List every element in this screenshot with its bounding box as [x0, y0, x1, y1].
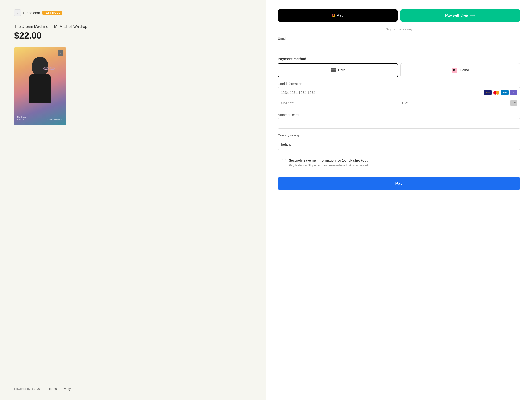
name-label: Name on card — [278, 113, 520, 117]
link-arrow-icon: ⟹ — [469, 13, 475, 18]
save-checkbox[interactable] — [282, 159, 286, 163]
glass-lens-left — [43, 67, 49, 70]
email-group: Email — [278, 37, 520, 52]
man-glasses — [43, 67, 55, 70]
cvc-card-icon — [510, 100, 517, 105]
footer-divider: | — [44, 387, 44, 391]
name-input[interactable] — [278, 118, 520, 129]
man-body — [30, 74, 51, 103]
gpay-pay-text: Pay — [336, 13, 343, 18]
card-info-label: Card information — [278, 82, 520, 86]
diners-logo: DI — [510, 90, 517, 95]
gpay-button[interactable]: G Pay — [278, 9, 398, 22]
divider-text: Or pay another way — [386, 27, 412, 31]
card-bottom-row — [278, 98, 520, 108]
book-title-text: The Dream Machine — [17, 116, 26, 121]
expiry-input[interactable] — [278, 98, 399, 108]
cvc-input[interactable] — [402, 101, 508, 105]
book-cover: ₿ The Dream Ma — [14, 47, 66, 125]
country-select[interactable]: Ireland United States United Kingdom Ger… — [278, 139, 520, 150]
stripe-logo: stripe — [32, 387, 40, 391]
test-mode-badge: TEST MODE — [42, 11, 63, 15]
save-info-box: Securely save my information for 1-click… — [278, 154, 520, 172]
card-method-option[interactable]: Card — [278, 63, 398, 77]
save-title: Securely save my information for 1-click… — [289, 159, 516, 162]
glass-lens-right — [50, 67, 55, 70]
terms-link[interactable]: Terms — [48, 387, 57, 391]
pay-button[interactable]: Pay — [278, 177, 520, 190]
card-number-row: VISA AMEX DI — [278, 87, 520, 98]
card-logos: VISA AMEX DI — [484, 90, 517, 95]
save-info-text: Securely save my information for 1-click… — [289, 159, 516, 167]
book-text-overlay: The Dream Machine — [17, 116, 26, 121]
divider-line-left — [278, 29, 383, 29]
divider-line-right — [415, 29, 520, 29]
mastercard-logo — [493, 90, 500, 95]
cvc-wrapper — [399, 98, 520, 108]
product-title: The Dream Machine — M. Mitchell Waldrop — [14, 25, 252, 29]
country-group: Country or region Ireland United States … — [278, 133, 520, 150]
klarna-badge: K. — [452, 68, 457, 73]
payment-method-group: Payment method Card K. Klarna — [278, 57, 520, 77]
pay-with-link-button[interactable]: Pay with link ⟹ — [400, 9, 520, 22]
divider-row: Or pay another way — [278, 27, 520, 31]
country-select-wrapper: Ireland United States United Kingdom Ger… — [278, 139, 520, 150]
visa-logo: VISA — [484, 90, 492, 95]
product-price: $22.00 — [14, 31, 252, 41]
payment-buttons: G Pay Pay with link ⟹ — [278, 9, 520, 22]
powered-by: Powered by stripe — [14, 387, 40, 391]
link-button-text: Pay with link ⟹ — [445, 13, 475, 18]
link-word: link — [462, 13, 468, 18]
stripe-favicon: ≡ — [14, 9, 21, 16]
right-panel: G Pay Pay with link ⟹ Or pay another way… — [266, 0, 532, 400]
save-info-row: Securely save my information for 1-click… — [282, 159, 516, 167]
card-icon — [331, 68, 336, 72]
site-name: Stripe.com — [23, 11, 40, 15]
payment-method-label: Payment method — [278, 57, 520, 61]
left-panel: ≡ Stripe.com TEST MODE The Dream Machine… — [0, 0, 266, 400]
card-info-group: Card information VISA AMEX DI — [278, 82, 520, 108]
book-author-text: M. Mitchell Waldrop — [47, 118, 63, 121]
klarna-method-option[interactable]: K. Klarna — [400, 63, 520, 77]
method-options: Card K. Klarna — [278, 63, 520, 77]
amex-logo: AMEX — [501, 90, 509, 95]
country-label: Country or region — [278, 133, 520, 137]
svg-rect-2 — [331, 71, 333, 71]
email-input[interactable] — [278, 42, 520, 52]
header-bar: ≡ Stripe.com TEST MODE — [14, 9, 252, 16]
email-label: Email — [278, 37, 520, 40]
name-group: Name on card — [278, 113, 520, 129]
card-number-input[interactable] — [281, 91, 484, 94]
man-figure — [21, 55, 59, 116]
privacy-link[interactable]: Privacy — [61, 387, 71, 391]
left-footer: Powered by stripe | Terms Privacy — [14, 387, 70, 391]
save-desc: Pay faster on Stripe.com and everywhere … — [289, 163, 516, 167]
klarna-method-label: Klarna — [459, 68, 469, 72]
man-head — [32, 57, 48, 76]
gpay-g-letter: G — [332, 13, 335, 18]
svg-rect-1 — [331, 69, 336, 70]
card-method-label: Card — [338, 68, 345, 72]
book-cover-art: ₿ The Dream Ma — [14, 47, 66, 125]
